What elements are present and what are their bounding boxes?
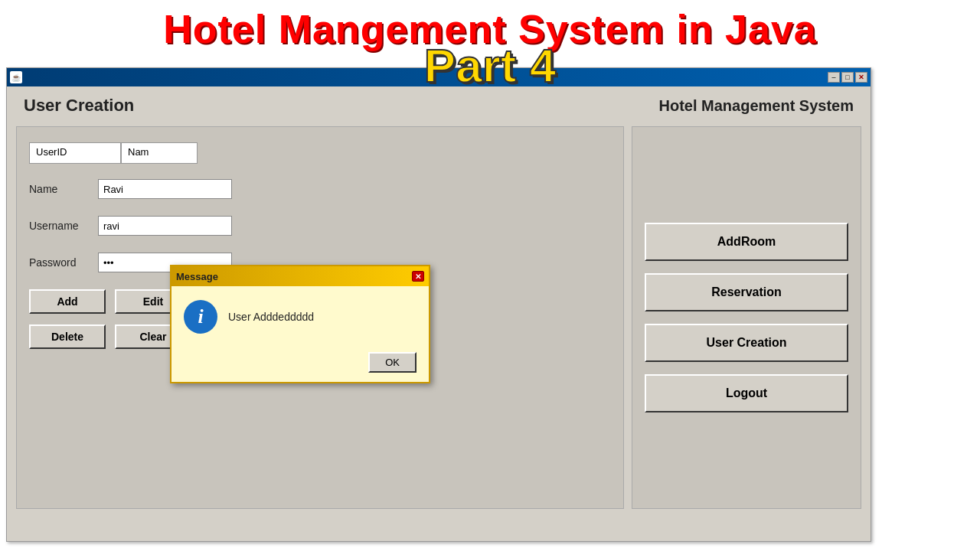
modal-message: User Adddeddddd xyxy=(228,311,314,323)
minimize-button[interactable]: – xyxy=(828,72,840,83)
part-label: Part 4 xyxy=(424,38,556,93)
app-icon: ☕ xyxy=(10,71,22,83)
right-panel: AddRoom Reservation User Creation Logout xyxy=(632,126,861,509)
subtitle-right: Hotel Management System xyxy=(658,97,854,115)
modal-footer: OK xyxy=(172,347,429,382)
modal-titlebar: Message ✕ xyxy=(172,266,429,286)
modal-title: Message xyxy=(176,271,218,282)
add-room-button[interactable]: AddRoom xyxy=(645,223,848,261)
user-creation-button[interactable]: User Creation xyxy=(645,324,848,362)
subtitle-row: User Creation Hotel Management System xyxy=(16,96,861,116)
modal-ok-button[interactable]: OK xyxy=(368,352,416,373)
reservation-button[interactable]: Reservation xyxy=(645,273,848,311)
modal-body: i User Adddeddddd xyxy=(172,286,429,347)
left-panel: UserID Nam Name Username Password xyxy=(16,126,624,509)
app-window: ☕ – □ ✕ User Creation Hotel Management S… xyxy=(6,67,871,542)
subtitle-left: User Creation xyxy=(24,96,134,116)
modal-close-button[interactable]: ✕ xyxy=(412,271,424,282)
window-controls: – □ ✕ xyxy=(828,72,867,83)
logout-button[interactable]: Logout xyxy=(645,374,848,412)
info-icon: i xyxy=(184,300,217,334)
window-body: User Creation Hotel Management System Us… xyxy=(7,86,871,541)
main-content: UserID Nam Name Username Password xyxy=(16,126,861,509)
message-dialog: Message ✕ i User Adddeddddd OK xyxy=(170,265,430,383)
maximize-button[interactable]: □ xyxy=(841,72,854,83)
modal-overlay: Message ✕ i User Adddeddddd OK xyxy=(17,127,623,508)
window-close-button[interactable]: ✕ xyxy=(855,72,867,83)
